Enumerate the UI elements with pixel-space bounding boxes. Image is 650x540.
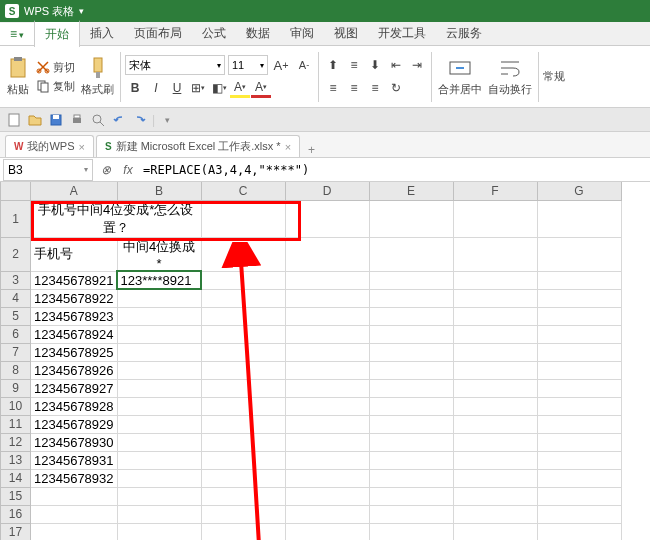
name-box[interactable]: B3 ▾ <box>3 159 93 181</box>
cell-F8[interactable] <box>453 361 537 379</box>
merge-center-button[interactable]: 合并居中 <box>436 54 484 99</box>
menu-review[interactable]: 审阅 <box>280 21 324 46</box>
cell-C10[interactable] <box>201 397 285 415</box>
row-header-8[interactable]: 8 <box>1 361 31 379</box>
cell-D11[interactable] <box>285 415 369 433</box>
row-header-11[interactable]: 11 <box>1 415 31 433</box>
row-header-5[interactable]: 5 <box>1 307 31 325</box>
fill-color-button[interactable]: ◧▾ <box>209 78 229 98</box>
col-header-F[interactable]: F <box>453 182 537 200</box>
cell-E11[interactable] <box>369 415 453 433</box>
cell-B8[interactable] <box>117 361 201 379</box>
cell-C12[interactable] <box>201 433 285 451</box>
cell-C13[interactable] <box>201 451 285 469</box>
cell-F5[interactable] <box>453 307 537 325</box>
col-header-A[interactable]: A <box>31 182 118 200</box>
new-button[interactable] <box>5 111 23 129</box>
cell-E9[interactable] <box>369 379 453 397</box>
cell-A8[interactable]: 12345678926 <box>31 361 118 379</box>
align-center-button[interactable]: ≡ <box>344 78 364 98</box>
spreadsheet-grid[interactable]: ABCDEFG1手机号中间4位变成*怎么设置？2手机号中间4位换成*312345… <box>0 182 650 540</box>
cell-B13[interactable] <box>117 451 201 469</box>
indent-right-button[interactable]: ⇥ <box>407 55 427 75</box>
cell-A16[interactable] <box>31 505 118 523</box>
cell-F7[interactable] <box>453 343 537 361</box>
redo-button[interactable] <box>131 111 149 129</box>
cell-C16[interactable] <box>201 505 285 523</box>
cut-button[interactable]: 剪切 <box>34 59 77 76</box>
align-left-button[interactable]: ≡ <box>323 78 343 98</box>
wps-menu-icon[interactable]: ≡▾ <box>0 23 34 45</box>
cell-E15[interactable] <box>369 487 453 505</box>
cell-C17[interactable] <box>201 523 285 540</box>
cell-A17[interactable] <box>31 523 118 540</box>
col-header-D[interactable]: D <box>285 182 369 200</box>
cell-A15[interactable] <box>31 487 118 505</box>
cell-F16[interactable] <box>453 505 537 523</box>
copy-button[interactable]: 复制 <box>34 78 77 95</box>
row-header-17[interactable]: 17 <box>1 523 31 540</box>
cell-E6[interactable] <box>369 325 453 343</box>
cell-A5[interactable]: 12345678923 <box>31 307 118 325</box>
cell-E4[interactable] <box>369 289 453 307</box>
cell-F4[interactable] <box>453 289 537 307</box>
cell-C4[interactable] <box>201 289 285 307</box>
cell-F2[interactable] <box>453 237 537 271</box>
cell-F14[interactable] <box>453 469 537 487</box>
fx-button[interactable]: fx <box>118 160 138 180</box>
increase-font-button[interactable]: A+ <box>271 55 291 75</box>
cell-G8[interactable] <box>537 361 621 379</box>
row-header-14[interactable]: 14 <box>1 469 31 487</box>
cell-C11[interactable] <box>201 415 285 433</box>
cell-A7[interactable]: 12345678925 <box>31 343 118 361</box>
cell-C7[interactable] <box>201 343 285 361</box>
menu-formula[interactable]: 公式 <box>192 21 236 46</box>
cell-F12[interactable] <box>453 433 537 451</box>
cell-G6[interactable] <box>537 325 621 343</box>
cell-D13[interactable] <box>285 451 369 469</box>
cell-B2[interactable]: 中间4位换成* <box>117 237 201 271</box>
print-button[interactable] <box>68 111 86 129</box>
cell-F1[interactable] <box>453 200 537 237</box>
cell-G9[interactable] <box>537 379 621 397</box>
cell-E12[interactable] <box>369 433 453 451</box>
cell-G5[interactable] <box>537 307 621 325</box>
highlight-button[interactable]: A▾ <box>230 78 250 98</box>
cell-B4[interactable] <box>117 289 201 307</box>
align-top-button[interactable]: ⬆ <box>323 55 343 75</box>
cell-G14[interactable] <box>537 469 621 487</box>
save-button[interactable] <box>47 111 65 129</box>
indent-left-button[interactable]: ⇤ <box>386 55 406 75</box>
cell-F11[interactable] <box>453 415 537 433</box>
col-header-E[interactable]: E <box>369 182 453 200</box>
cell-E10[interactable] <box>369 397 453 415</box>
cell-F3[interactable] <box>453 271 537 289</box>
row-header-4[interactable]: 4 <box>1 289 31 307</box>
cell-D2[interactable] <box>285 237 369 271</box>
row-header-1[interactable]: 1 <box>1 200 31 237</box>
cell-G13[interactable] <box>537 451 621 469</box>
cell-C15[interactable] <box>201 487 285 505</box>
cell-C3[interactable] <box>201 271 285 289</box>
cell-C9[interactable] <box>201 379 285 397</box>
cell-D17[interactable] <box>285 523 369 540</box>
font-color-button[interactable]: A▾ <box>251 78 271 98</box>
row-header-9[interactable]: 9 <box>1 379 31 397</box>
cell-D7[interactable] <box>285 343 369 361</box>
cell-B7[interactable] <box>117 343 201 361</box>
menu-layout[interactable]: 页面布局 <box>124 21 192 46</box>
qat-dropdown[interactable]: ▾ <box>158 111 176 129</box>
bold-button[interactable]: B <box>125 78 145 98</box>
cell-A10[interactable]: 12345678928 <box>31 397 118 415</box>
cell-E2[interactable] <box>369 237 453 271</box>
cell-C8[interactable] <box>201 361 285 379</box>
cell-B9[interactable] <box>117 379 201 397</box>
menu-home[interactable]: 开始 <box>34 20 80 47</box>
cell-C6[interactable] <box>201 325 285 343</box>
cell-B6[interactable] <box>117 325 201 343</box>
cell-A13[interactable]: 12345678931 <box>31 451 118 469</box>
cell-F17[interactable] <box>453 523 537 540</box>
col-header-B[interactable]: B <box>117 182 201 200</box>
menu-data[interactable]: 数据 <box>236 21 280 46</box>
cell-E16[interactable] <box>369 505 453 523</box>
